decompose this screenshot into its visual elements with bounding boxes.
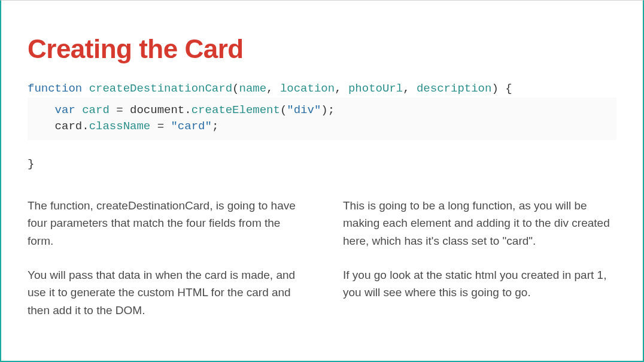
code-line-2: var card = document.createElement("div")… <box>28 104 335 117</box>
code-line-3: card.className = "card"; <box>28 120 218 133</box>
right-paragraph-1: This is going to be a long function, as … <box>343 197 616 250</box>
code-block: function createDestinationCard(name, loc… <box>28 81 616 173</box>
slide-title: Creating the Card <box>28 34 616 64</box>
right-column: This is going to be a long function, as … <box>343 197 616 336</box>
left-paragraph-2: You will pass that data in when the card… <box>28 266 301 319</box>
code-line-1: function createDestinationCard(name, loc… <box>28 82 512 95</box>
slide: Creating the Card function createDestina… <box>1 1 643 360</box>
code-line-4: } <box>28 157 34 171</box>
right-paragraph-2: If you go look at the static html you cr… <box>343 266 616 302</box>
text-columns: The function, createDestinationCard, is … <box>28 197 616 336</box>
left-paragraph-1: The function, createDestinationCard, is … <box>28 197 301 250</box>
code-inner-block: var card = document.createElement("div")… <box>28 98 616 140</box>
left-column: The function, createDestinationCard, is … <box>28 197 301 336</box>
